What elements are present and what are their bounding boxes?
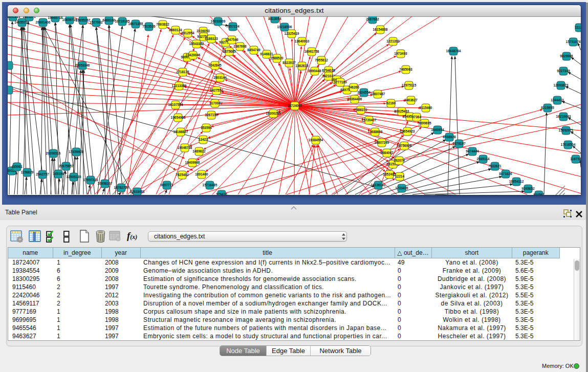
svg-text:9084067: 9084067 bbox=[380, 151, 394, 155]
svg-text:12213389: 12213389 bbox=[172, 84, 187, 87]
svg-text:19046738: 19046738 bbox=[178, 146, 192, 149]
svg-text:1221393: 1221393 bbox=[386, 39, 400, 43]
svg-text:19654923: 19654923 bbox=[400, 129, 415, 133]
svg-text:18724007: 18724007 bbox=[288, 104, 302, 107]
svg-text:9245652: 9245652 bbox=[521, 187, 535, 190]
svg-text:3875685: 3875685 bbox=[223, 50, 236, 53]
svg-text:10719185: 10719185 bbox=[115, 19, 130, 23]
svg-text:7663822: 7663822 bbox=[156, 23, 169, 26]
svg-text:435061: 435061 bbox=[11, 165, 23, 168]
svg-text:62160: 62160 bbox=[386, 101, 396, 105]
svg-text:7857224: 7857224 bbox=[226, 25, 239, 28]
svg-text:16409948: 16409948 bbox=[185, 161, 200, 164]
svg-text:10859719: 10859719 bbox=[62, 18, 77, 21]
svg-text:15720407: 15720407 bbox=[362, 118, 377, 122]
svg-text:7986372: 7986372 bbox=[354, 108, 367, 112]
svg-text:97364: 97364 bbox=[412, 115, 421, 119]
svg-text:19654983: 19654983 bbox=[171, 116, 186, 119]
svg-text:16210643: 16210643 bbox=[556, 115, 571, 118]
svg-text:7485063: 7485063 bbox=[399, 68, 412, 71]
svg-text:22420046: 22420046 bbox=[186, 53, 201, 57]
svg-text:2803144: 2803144 bbox=[213, 76, 227, 79]
svg-text:19965718: 19965718 bbox=[48, 16, 63, 19]
svg-text:1362615: 1362615 bbox=[295, 64, 309, 68]
svg-text:20053346: 20053346 bbox=[75, 63, 90, 67]
svg-text:19384554: 19384554 bbox=[309, 138, 323, 142]
svg-text:3824554: 3824554 bbox=[357, 91, 371, 94]
svg-text:9115460: 9115460 bbox=[420, 106, 432, 110]
svg-text:2935114: 2935114 bbox=[477, 157, 490, 161]
svg-text:917004: 917004 bbox=[209, 101, 221, 105]
svg-text:12505135: 12505135 bbox=[67, 175, 81, 179]
svg-text:1691400: 1691400 bbox=[195, 172, 208, 176]
svg-text:8215955: 8215955 bbox=[541, 106, 554, 110]
svg-text:7625402: 7625402 bbox=[176, 173, 189, 177]
svg-text:353594: 353594 bbox=[201, 126, 212, 129]
svg-text:8660124: 8660124 bbox=[169, 28, 182, 32]
svg-text:2367608: 2367608 bbox=[233, 45, 247, 48]
svg-text:17359928: 17359928 bbox=[69, 150, 84, 154]
svg-text:746266: 746266 bbox=[348, 85, 359, 89]
svg-text:15716485: 15716485 bbox=[203, 183, 217, 187]
svg-text:1973493: 1973493 bbox=[394, 52, 407, 55]
svg-text:17016504: 17016504 bbox=[561, 143, 576, 146]
svg-text:8990448: 8990448 bbox=[308, 69, 321, 73]
svg-text:6794028: 6794028 bbox=[322, 69, 335, 72]
svg-text:9242845: 9242845 bbox=[208, 63, 222, 67]
svg-text:1352485: 1352485 bbox=[383, 172, 396, 176]
svg-text:8186323: 8186323 bbox=[205, 37, 218, 40]
svg-text:16154808: 16154808 bbox=[373, 28, 388, 31]
svg-text:16691813: 16691813 bbox=[8, 16, 20, 18]
svg-text:9829966: 9829966 bbox=[560, 54, 573, 58]
svg-text:12093873: 12093873 bbox=[554, 83, 569, 87]
svg-text:16782759: 16782759 bbox=[114, 186, 129, 189]
svg-text:17957223: 17957223 bbox=[83, 178, 98, 182]
svg-text:9227349: 9227349 bbox=[557, 69, 570, 73]
svg-text:1640954: 1640954 bbox=[431, 128, 444, 132]
svg-text:9146821: 9146821 bbox=[260, 52, 273, 56]
svg-text:16671355: 16671355 bbox=[128, 22, 143, 26]
svg-text:8912954: 8912954 bbox=[181, 31, 194, 35]
svg-text:19756928: 19756928 bbox=[397, 144, 412, 147]
svg-text:16543382: 16543382 bbox=[189, 42, 204, 46]
svg-text:2588520: 2588520 bbox=[270, 56, 284, 60]
svg-text:8813054: 8813054 bbox=[268, 17, 281, 20]
svg-text:10958107: 10958107 bbox=[98, 182, 113, 185]
svg-text:1156829: 1156829 bbox=[21, 170, 34, 174]
svg-text:9657771: 9657771 bbox=[160, 183, 173, 187]
svg-text:9777169: 9777169 bbox=[334, 80, 347, 84]
svg-text:9699695: 9699695 bbox=[418, 121, 431, 125]
svg-text:20691406: 20691406 bbox=[36, 20, 51, 24]
svg-text:20364436: 20364436 bbox=[347, 97, 362, 101]
svg-text:11124: 11124 bbox=[575, 26, 581, 29]
svg-text:145194: 145194 bbox=[53, 172, 64, 176]
svg-text:13422: 13422 bbox=[199, 138, 208, 141]
svg-text:10655267: 10655267 bbox=[76, 18, 91, 22]
svg-text:10807487: 10807487 bbox=[371, 92, 385, 96]
svg-text:2087682: 2087682 bbox=[366, 17, 379, 21]
svg-text:20206516: 20206516 bbox=[46, 151, 61, 155]
svg-text:18300295: 18300295 bbox=[266, 112, 281, 115]
svg-text:9463627: 9463627 bbox=[404, 98, 418, 102]
svg-text:1489822: 1489822 bbox=[192, 149, 206, 153]
svg-text:8938928: 8938928 bbox=[443, 135, 456, 139]
svg-text:8454749: 8454749 bbox=[247, 48, 260, 52]
svg-text:1547546: 1547546 bbox=[225, 38, 238, 41]
svg-text:6379197: 6379197 bbox=[452, 142, 466, 145]
svg-text:116753: 116753 bbox=[570, 157, 581, 161]
svg-text:2718176: 2718176 bbox=[176, 70, 189, 74]
svg-text:16648784: 16648784 bbox=[446, 49, 461, 53]
svg-text:15692971: 15692971 bbox=[559, 128, 574, 132]
svg-text:16033809: 16033809 bbox=[211, 19, 226, 23]
svg-text:924561: 924561 bbox=[533, 193, 545, 195]
svg-text:9474444: 9474444 bbox=[466, 149, 479, 153]
svg-text:10688609: 10688609 bbox=[368, 130, 383, 134]
svg-text:13640910: 13640910 bbox=[295, 39, 310, 43]
svg-text:12325419: 12325419 bbox=[285, 32, 299, 35]
svg-text:8427552: 8427552 bbox=[210, 89, 223, 92]
svg-text:20975857: 20975857 bbox=[59, 164, 74, 168]
svg-text:1805571: 1805571 bbox=[23, 16, 36, 18]
svg-text:6466160: 6466160 bbox=[102, 18, 116, 22]
svg-text:18807249: 18807249 bbox=[375, 141, 389, 144]
svg-text:15751074: 15751074 bbox=[566, 40, 581, 43]
